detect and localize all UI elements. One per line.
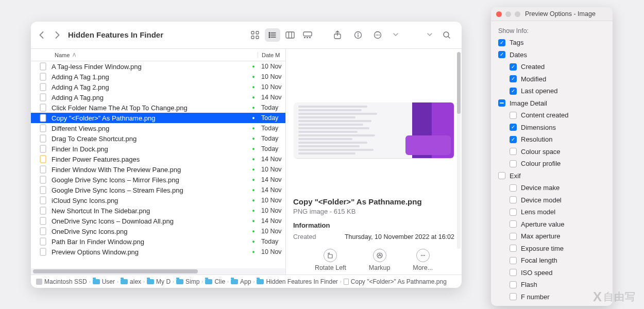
checkbox[interactable] xyxy=(498,39,505,46)
file-row[interactable]: Copy "<Folder>" As Pathname.pngToday xyxy=(31,113,285,123)
path-item[interactable]: Clie xyxy=(205,278,225,285)
back-button[interactable] xyxy=(38,30,45,40)
preview-option[interactable]: Aperture value xyxy=(510,218,605,231)
icon-view-button[interactable] xyxy=(247,28,263,42)
path-item[interactable]: Hidden Features In Finder xyxy=(257,278,337,285)
file-row[interactable]: Finder Window With The Preview Pane.png1… xyxy=(31,164,285,175)
column-header-name[interactable]: Name ᐱ xyxy=(31,52,258,58)
file-row[interactable]: Path Bar In Finder Window.pngToday xyxy=(31,236,285,247)
preview-option[interactable]: Tags xyxy=(498,37,605,49)
markup-button[interactable]: Markup xyxy=(369,249,391,271)
scrollbar-thumb[interactable] xyxy=(33,269,198,273)
chevron-down-icon[interactable] xyxy=(392,33,400,37)
preview-option[interactable]: ISO speed xyxy=(510,267,605,279)
checkbox[interactable] xyxy=(510,209,517,216)
path-item[interactable]: Simp xyxy=(176,278,199,285)
checkbox[interactable] xyxy=(510,257,517,264)
file-row[interactable]: Click Folder Name The At Top To Change.p… xyxy=(31,102,285,113)
preview-scrollbar[interactable] xyxy=(457,52,461,249)
checkbox[interactable] xyxy=(498,99,505,107)
folder-title[interactable]: Hidden Features In Finder xyxy=(68,30,163,39)
preview-option[interactable]: Dates xyxy=(498,49,605,61)
checkbox[interactable] xyxy=(498,51,505,58)
zoom-window-button[interactable] xyxy=(515,11,520,17)
preview-option[interactable]: Resolution xyxy=(510,133,605,146)
scrollbar-thumb[interactable] xyxy=(457,52,461,114)
checkbox[interactable] xyxy=(510,220,517,228)
preview-option[interactable]: Max aperture xyxy=(510,230,605,243)
preview-option[interactable]: Colour space xyxy=(510,146,605,158)
close-window-button[interactable] xyxy=(496,11,502,17)
info-button[interactable] xyxy=(350,28,366,42)
file-row[interactable]: A Tag-less Finder Window.png10 Nov xyxy=(31,61,285,72)
checkbox[interactable] xyxy=(510,124,517,131)
file-row[interactable]: OneDrive Sync Icons – Download All.png14… xyxy=(31,216,285,226)
share-button[interactable] xyxy=(330,28,345,42)
preview-option[interactable]: Image Detail xyxy=(498,97,605,110)
checkbox[interactable] xyxy=(510,184,517,192)
preview-option[interactable]: Dimensions xyxy=(510,122,605,134)
preview-option[interactable]: Flash xyxy=(510,279,605,291)
file-row[interactable]: Different Views.pngToday xyxy=(31,123,285,133)
preview-option[interactable]: Colour profile xyxy=(510,158,605,170)
minimize-window-button[interactable] xyxy=(505,11,511,17)
file-row[interactable]: OneDrive Sync Icons.png10 Nov xyxy=(31,226,285,236)
preview-option[interactable]: Created xyxy=(510,61,605,73)
file-row[interactable]: Adding A Tag 1.png10 Nov xyxy=(31,72,285,82)
preview-option[interactable]: Last opened xyxy=(510,85,605,97)
preview-option[interactable]: Device model xyxy=(510,194,605,207)
file-row[interactable]: New Shortcut In The Sidebar.png10 Nov xyxy=(31,205,285,216)
file-row[interactable]: Preview Options Window.png10 Nov xyxy=(31,247,285,257)
search-button[interactable] xyxy=(439,28,454,42)
preview-option[interactable]: F number xyxy=(510,291,605,303)
gallery-view-button[interactable] xyxy=(300,28,315,42)
preview-thumbnail[interactable] xyxy=(294,102,454,158)
preview-option[interactable]: Exif xyxy=(498,170,605,182)
checkbox[interactable] xyxy=(510,160,517,167)
column-view-button[interactable] xyxy=(282,28,298,42)
path-item[interactable]: Macintosh SSD xyxy=(36,278,87,285)
checkbox[interactable] xyxy=(510,245,517,252)
preview-option[interactable]: Exposure time xyxy=(510,243,605,255)
file-row[interactable]: Adding A Tag 2.png10 Nov xyxy=(31,82,285,92)
file-row[interactable]: Finder In Dock.pngToday xyxy=(31,144,285,154)
preview-options-titlebar[interactable]: Preview Options - Image xyxy=(491,7,613,21)
rotate-left-button[interactable]: Rotate Left xyxy=(315,249,346,271)
preview-option[interactable]: Modified xyxy=(510,73,605,85)
checkbox[interactable] xyxy=(510,112,517,119)
overflow-chevron[interactable] xyxy=(426,33,434,37)
checkbox[interactable] xyxy=(510,233,517,240)
list-view-button[interactable] xyxy=(265,28,280,42)
file-row[interactable]: Google Drive Sync Icons – Mirror Files.p… xyxy=(31,175,285,185)
preview-option[interactable]: Focal length xyxy=(510,254,605,267)
preview-option[interactable]: Content created xyxy=(510,109,605,122)
path-item[interactable]: App xyxy=(231,278,251,285)
file-row[interactable]: iCloud Sync Icons.png10 Nov xyxy=(31,195,285,205)
column-header-date[interactable]: Date M xyxy=(258,52,285,58)
more-button[interactable]: More... xyxy=(413,249,433,271)
path-item[interactable]: alex xyxy=(121,278,141,285)
preview-option[interactable]: Device make xyxy=(510,182,605,194)
file-row[interactable]: Adding A Tag.png14 Nov xyxy=(31,92,285,102)
checkbox[interactable] xyxy=(510,136,517,143)
path-item[interactable]: Copy "<Folder>" As Pathname.png xyxy=(344,278,447,285)
path-item[interactable]: My D xyxy=(147,278,171,285)
checkbox[interactable] xyxy=(510,293,517,300)
checkbox[interactable] xyxy=(498,172,505,179)
path-item[interactable]: User xyxy=(93,278,115,285)
more-actions-button[interactable] xyxy=(371,28,386,42)
path-bar[interactable]: Macintosh SSD›User›alex›My D›Simp›Clie›A… xyxy=(31,274,462,288)
file-row[interactable]: Google Drive Sync Icons – Stream Files.p… xyxy=(31,185,285,195)
checkbox[interactable] xyxy=(510,269,517,276)
checkbox[interactable] xyxy=(510,75,517,82)
checkbox[interactable] xyxy=(510,88,517,95)
forward-button[interactable] xyxy=(54,30,61,40)
file-row[interactable]: Drag To Create Shortcut.pngToday xyxy=(31,133,285,144)
horizontal-scrollbar[interactable] xyxy=(31,268,285,274)
preview-option[interactable]: Lens model xyxy=(510,206,605,218)
checkbox[interactable] xyxy=(510,148,517,155)
file-list[interactable]: A Tag-less Finder Window.png10 NovAdding… xyxy=(31,61,285,268)
checkbox[interactable] xyxy=(510,196,517,203)
checkbox[interactable] xyxy=(510,281,517,288)
file-row[interactable]: Finder Power Features.pages14 Nov xyxy=(31,154,285,164)
